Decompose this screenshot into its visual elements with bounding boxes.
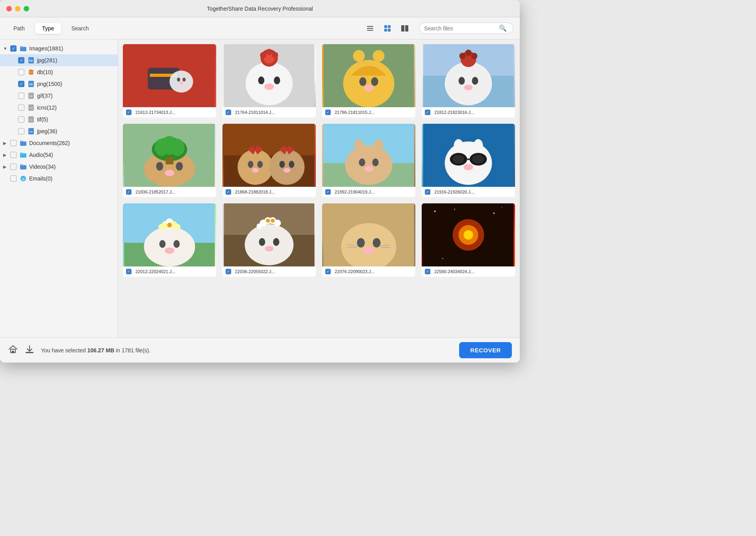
sidebar-item-tif[interactable]: TIF tif(5)	[0, 114, 118, 125]
grid-item-image-7	[322, 124, 415, 187]
checkbox-png[interactable]: ✓	[18, 81, 24, 87]
svg-point-127	[274, 220, 281, 227]
sidebar-item-db[interactable]: db(10)	[0, 66, 118, 78]
checkbox-jpeg[interactable]	[18, 128, 24, 134]
list-icon	[366, 24, 374, 32]
grid-item-12[interactable]: ✓22580-24034024.J...	[422, 203, 515, 277]
maximize-button[interactable]	[24, 6, 29, 11]
grid-item-image-1	[123, 44, 216, 107]
close-button[interactable]	[6, 6, 12, 11]
grid-icon	[384, 24, 391, 32]
sidebar-label-videos: Videos(34)	[29, 164, 56, 170]
svg-point-66	[471, 53, 478, 59]
grid-item-checkbox-12[interactable]: ✓	[425, 269, 430, 274]
search-icon[interactable]: 🔍	[499, 24, 507, 32]
search-input[interactable]	[424, 25, 499, 32]
grid-item-checkbox-11[interactable]: ✓	[325, 269, 331, 274]
grid-item-checkbox-10[interactable]: ✓	[226, 269, 231, 274]
grid-item-checkbox-8[interactable]: ✓	[425, 189, 430, 195]
list-view-button[interactable]	[364, 22, 376, 35]
svg-point-71	[176, 162, 183, 171]
sidebar-label-gif: gif(37)	[37, 93, 53, 99]
split-view-button[interactable]	[398, 22, 411, 35]
sidebar-label-audio: Audio(54)	[29, 152, 53, 158]
checkbox-icns[interactable]	[18, 104, 24, 111]
grid-item-checkbox-9[interactable]: ✓	[126, 269, 132, 274]
svg-rect-31	[20, 164, 23, 166]
checkbox-db[interactable]	[18, 69, 24, 75]
main-grid: ✓21612-21734013.J... ✓21764-21811014.J..…	[118, 39, 520, 337]
checkbox-videos[interactable]	[10, 164, 17, 170]
svg-point-87	[284, 168, 291, 173]
grid-view-button[interactable]	[381, 22, 394, 35]
svg-point-110	[174, 240, 180, 248]
grid-item-checkbox-4[interactable]: ✓	[425, 110, 430, 115]
grid-item-image-9	[123, 203, 216, 266]
sidebar-item-icns[interactable]: ICNS icns(12)	[0, 102, 118, 114]
grid-item-checkbox-1[interactable]: ✓	[126, 110, 132, 115]
tab-path[interactable]: Path	[6, 23, 32, 34]
sidebar-label-db: db(10)	[37, 69, 53, 75]
checkbox-jpg[interactable]: ✓	[18, 57, 24, 63]
sidebar-label-png: png(1500)	[37, 81, 62, 87]
grid-item-checkbox-7[interactable]: ✓	[325, 189, 331, 195]
grid-item-2[interactable]: ✓21764-21811014.J...	[222, 44, 316, 117]
sidebar-item-jpeg[interactable]: IMG jpeg(36)	[0, 125, 118, 137]
status-size: 106.27 MB	[87, 347, 114, 354]
grid-item-checkbox-3[interactable]: ✓	[325, 110, 331, 115]
svg-text:IMG: IMG	[30, 131, 33, 133]
sidebar-item-gif[interactable]: GIF gif(37)	[0, 90, 118, 102]
home-icon[interactable]	[8, 344, 18, 357]
sidebar-item-emails[interactable]: @ Emails(0)	[0, 173, 118, 184]
grid-item-image-2	[222, 44, 316, 107]
grid-item-5[interactable]: ✓21836-21852017.J...	[123, 124, 216, 197]
checkbox-audio[interactable]	[10, 152, 17, 158]
download-icon[interactable]	[24, 344, 35, 357]
grid-item-9[interactable]: ✓22012-22024021.J...	[123, 203, 216, 277]
checkbox-gif[interactable]	[18, 93, 24, 99]
split-icon	[401, 24, 409, 32]
grid-item-7[interactable]: ✓21892-21904019.J...	[322, 124, 415, 197]
grid-item-3[interactable]: ✓21796-21811015.J...	[322, 44, 415, 117]
svg-rect-0	[367, 26, 373, 27]
svg-point-134	[373, 238, 381, 248]
app-title: TogetherShare Data Recovery Professional	[207, 6, 313, 12]
svg-point-130	[271, 219, 275, 223]
checkbox-images[interactable]: ✓	[10, 45, 17, 52]
checkbox-emails[interactable]	[10, 175, 17, 182]
grid-item-checkbox-5[interactable]: ✓	[126, 189, 132, 195]
grid-container: ✓21612-21734013.J... ✓21764-21811014.J..…	[123, 44, 515, 277]
svg-point-43	[258, 76, 265, 84]
tab-type[interactable]: Type	[35, 23, 61, 34]
tab-search[interactable]: Search	[64, 23, 96, 34]
grid-item-4[interactable]: ✓21812-21823016.J...	[422, 44, 515, 117]
grid-item-checkbox-6[interactable]: ✓	[226, 189, 231, 195]
recover-button[interactable]: RECOVER	[459, 342, 512, 358]
grid-item-6[interactable]: ✓21868-21882018.J...	[222, 124, 316, 197]
sidebar-item-audio[interactable]: ▶ Audio(54)	[0, 149, 118, 161]
grid-item-label-4: ✓21812-21823016.J...	[422, 107, 515, 117]
grid-item-filename-2: 21764-21811014.J...	[235, 110, 275, 115]
svg-point-122	[273, 238, 280, 246]
search-bar: 🔍	[419, 22, 513, 34]
grid-item-filename-7: 21892-21904019.J...	[335, 190, 374, 194]
toolbar: Path Type Search	[0, 17, 520, 39]
grid-item-8[interactable]: ✓21916-21926020.J...	[422, 124, 515, 197]
svg-point-67	[465, 50, 472, 56]
checkbox-documents[interactable]	[10, 140, 17, 146]
sidebar-item-images[interactable]: ▼ ✓ Images(1881)	[0, 43, 118, 54]
svg-rect-77	[166, 157, 174, 164]
chevron-right-docs-icon: ▶	[3, 141, 9, 146]
sidebar-item-videos[interactable]: ▶ Videos(34)	[0, 161, 118, 173]
grid-item-1[interactable]: ✓21612-21734013.J...	[123, 44, 216, 117]
grid-item-10[interactable]: ✓22036-22055022.J...	[222, 203, 316, 277]
grid-item-filename-1: 21612-21734013.J...	[135, 110, 175, 115]
sidebar-item-jpg[interactable]: ✓ IMG jpg(281)	[0, 54, 118, 66]
checkbox-tif[interactable]	[18, 116, 24, 123]
minimize-button[interactable]	[15, 6, 20, 11]
sidebar-item-png[interactable]: ✓ IMG png(1500)	[0, 78, 118, 90]
sidebar-item-documents[interactable]: ▶ Documents(262)	[0, 137, 118, 149]
grid-item-11[interactable]: ✓22076-22090023.J...	[322, 203, 415, 277]
grid-item-label-12: ✓22580-24034024.J...	[422, 266, 515, 277]
grid-item-checkbox-2[interactable]: ✓	[226, 110, 231, 115]
